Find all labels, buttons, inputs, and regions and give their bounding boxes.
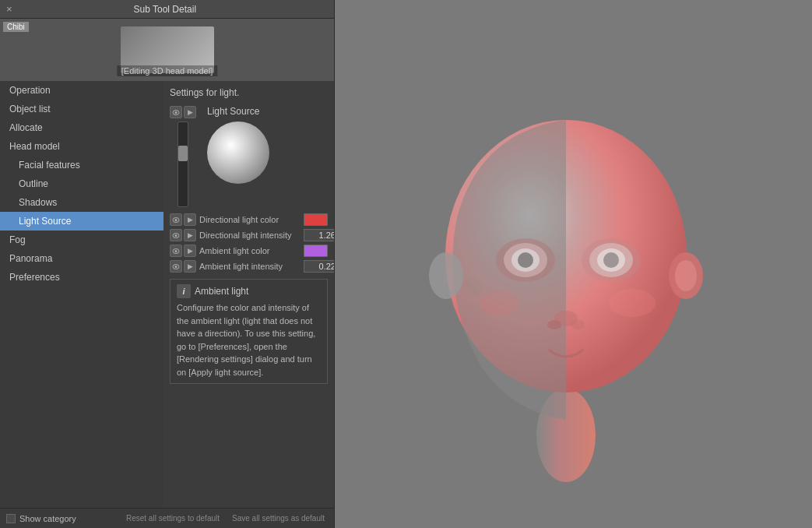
prop-row-ambient-light-color: ▶ Ambient light color [170,245,328,257]
vertical-slider-thumb [178,146,188,161]
bottom-buttons: Reset all settings to default Save all s… [123,512,328,524]
expand-icon-ambient-color[interactable]: ▶ [184,245,196,257]
svg-point-3 [175,219,178,221]
sidebar-item-fog[interactable]: Fog [0,231,163,249]
prop-row-icons-4: ▶ [170,260,196,273]
panel-titlebar: × Sub Tool Detail [0,0,334,19]
prop-row-icons-2: ▶ [170,229,196,241]
vertical-slider[interactable] [178,121,188,207]
info-box-header: i Ambient light [177,284,321,298]
sidebar-item-label: Panorama [9,253,52,264]
sidebar-item-shadows[interactable]: Shadows [0,193,163,212]
prop-row-dir-light-intensity: ▶ Directional light intensity ▲ ▼ [170,229,328,241]
preview-label: [Editing 3D head model] [117,65,217,76]
show-category-checkbox[interactable] [6,514,16,523]
sidebar-item-label: Facial features [19,160,80,171]
sub-tool-detail-panel: × Sub Tool Detail Chibi [Editing 3D head… [0,0,335,528]
content-area: Settings for light. ▶ Light Source [163,81,334,508]
preview-area: Chibi [Editing 3D head model] [0,19,334,81]
sidebar-item-label: Allocate [9,122,43,133]
light-sphere-preview [207,121,269,184]
sidebar-item-facial-features[interactable]: Facial features [0,156,163,174]
eye-icon-btn[interactable] [170,106,182,118]
svg-point-7 [175,250,178,252]
dir-light-intensity-label: Directional light intensity [199,231,301,240]
show-category-label: Show category [19,514,76,523]
info-title: Ambient light [195,284,248,298]
sidebar-item-outline[interactable]: Outline [0,174,163,193]
sidebar: Operation Object list Allocate Head mode… [0,81,163,508]
prop-row-icons: ▶ [170,213,196,226]
svg-point-18 [518,252,533,268]
sidebar-item-panorama[interactable]: Panorama [0,249,163,268]
info-text: Configure the color and intensity of the… [177,301,321,378]
sidebar-item-label: Preferences [9,272,60,283]
svg-point-24 [547,320,561,329]
settings-title: Settings for light. [170,87,328,98]
vertical-slider-container: ▶ [170,106,196,207]
prop-row-dir-light-color: ▶ Directional light color [170,213,328,226]
expand-icon-dir-color[interactable]: ▶ [184,213,196,226]
ambient-light-color-swatch[interactable] [304,245,328,257]
ambient-light-intensity-input[interactable] [304,260,334,273]
ambient-light-color-label: Ambient light color [199,246,301,255]
show-category-container: Show category [6,514,76,523]
eye-icon-dir-color[interactable] [170,213,182,226]
sidebar-item-label: Shadows [19,197,57,208]
panel-title: Sub Tool Detail [12,4,318,15]
svg-point-22 [603,252,619,268]
sidebar-item-light-source[interactable]: Light Source [0,212,163,231]
svg-point-28 [463,278,482,297]
bottom-bar: Show category Reset all settings to defa… [0,508,334,528]
eye-icon-ambient-intensity[interactable] [170,260,182,273]
svg-point-1 [175,111,178,114]
sidebar-item-preferences[interactable]: Preferences [0,268,163,287]
svg-point-12 [429,252,463,299]
sidebar-item-head-model[interactable]: Head model [0,137,163,156]
sidebar-item-label: Fog [9,234,26,245]
arrow-right-icon-btn[interactable]: ▶ [184,106,196,118]
dir-light-intensity-input[interactable] [304,229,334,241]
sidebar-item-allocate[interactable]: Allocate [0,118,163,137]
prop-row-ambient-light-intensity: ▶ Ambient light intensity ▲ ▼ [170,260,328,273]
head-3d-svg [410,38,737,490]
sidebar-item-operation[interactable]: Operation [0,81,163,100]
sidebar-item-label: Outline [19,178,48,189]
row-icons-top: ▶ [170,106,196,118]
info-box: i Ambient light Configure the color and … [170,279,328,384]
light-source-section-title: Light Source [207,106,269,117]
reset-button[interactable]: Reset all settings to default [123,512,223,524]
sidebar-item-label: Light Source [19,216,71,227]
3d-preview-area [335,0,812,528]
light-preview-row: ▶ Light Source [170,106,328,207]
sidebar-item-object-list[interactable]: Object list [0,100,163,118]
eye-icon-dir-intensity[interactable] [170,229,182,241]
sidebar-item-label: Head model [9,141,60,152]
main-area: Operation Object list Allocate Head mode… [0,81,334,508]
close-button[interactable]: × [6,3,12,15]
sidebar-item-label: Object list [9,104,51,114]
svg-point-29 [465,303,480,319]
svg-point-14 [675,260,697,291]
prop-row-icons-3: ▶ [170,245,196,257]
sidebar-item-label: Operation [9,85,51,96]
svg-point-5 [175,234,178,237]
info-icon: i [177,284,191,298]
expand-icon-ambient-intensity[interactable]: ▶ [184,260,196,273]
ambient-light-intensity-label: Ambient light intensity [199,262,301,271]
dir-light-color-label: Directional light color [199,215,301,224]
dir-light-color-swatch[interactable] [304,213,328,226]
svg-point-25 [571,320,585,329]
preview-tag: Chibi [3,22,29,32]
save-button[interactable]: Save all settings as default [229,512,328,524]
svg-point-26 [609,289,656,317]
eye-icon-ambient-color[interactable] [170,245,182,257]
svg-point-9 [175,266,178,268]
expand-icon-dir-intensity[interactable]: ▶ [184,229,196,241]
svg-point-27 [480,290,519,315]
